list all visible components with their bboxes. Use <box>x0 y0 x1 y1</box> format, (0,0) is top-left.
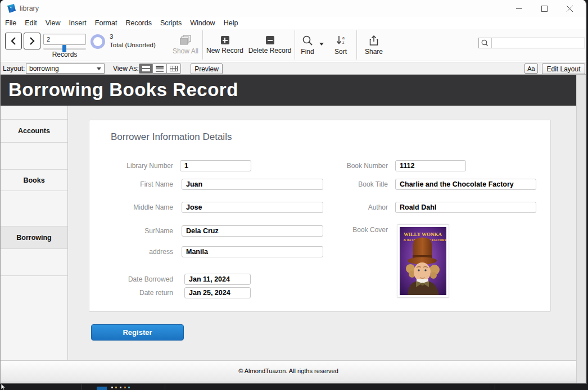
status-toolbar: Records 3 Total (Unsorted) Show All New … <box>1 29 586 61</box>
new-record-label: New Record <box>206 47 243 55</box>
date-borrowed-label: Date Borrowed <box>89 275 173 283</box>
svg-text:WILLY WONKA: WILLY WONKA <box>404 232 442 237</box>
share-button[interactable]: Share <box>361 35 386 56</box>
app-window: * library File Edit View Insert Format R… <box>0 0 587 384</box>
sort-button[interactable]: a z Sort <box>329 35 352 56</box>
find-button[interactable]: Find <box>297 35 318 56</box>
formatting-bar-button[interactable]: Aa <box>524 64 538 74</box>
list-view-button[interactable] <box>153 64 167 74</box>
view-as-label: View As: <box>113 65 139 72</box>
next-record-button[interactable] <box>24 33 40 49</box>
footer-bar: © AlmondTuazon. All rigths reserved <box>1 360 576 381</box>
date-return-field[interactable] <box>184 287 251 298</box>
menu-records[interactable]: Records <box>125 19 156 27</box>
found-set-pie-icon[interactable] <box>91 34 105 49</box>
address-field[interactable] <box>182 246 323 257</box>
taskbar-pixel <box>124 387 126 388</box>
taskbar-pixel <box>115 387 117 388</box>
view-as-segmented-control <box>139 64 181 74</box>
find-dropdown-caret-icon[interactable] <box>319 43 324 46</box>
toolbar-divider <box>202 30 203 60</box>
toolbar-divider <box>295 30 295 60</box>
share-icon <box>369 35 378 46</box>
preview-button[interactable]: Preview <box>191 64 223 74</box>
section-title: Borrower Information Details <box>111 131 232 143</box>
sidebar-spacer <box>1 191 67 226</box>
sort-label: Sort <box>334 48 347 56</box>
record-number-input[interactable] <box>43 34 86 45</box>
table-view-icon <box>170 66 178 71</box>
first-name-label: First Name <box>89 180 173 188</box>
maximize-button[interactable] <box>532 0 557 17</box>
delete-record-button[interactable]: Delete Record <box>248 36 292 55</box>
menu-help[interactable]: Help <box>224 19 243 27</box>
menu-format[interactable]: Format <box>95 19 122 27</box>
filemaker-app-icon: * <box>6 3 16 13</box>
previous-record-button[interactable] <box>5 33 22 49</box>
quick-find-magnifier-icon[interactable] <box>479 38 492 48</box>
sidebar-spacer <box>1 249 67 276</box>
svg-text:a: a <box>342 36 345 40</box>
library-number-field[interactable] <box>180 160 251 171</box>
date-return-label: Date return <box>89 289 173 297</box>
library-number-label: Library Number <box>89 162 173 170</box>
taskbar-app-fragment[interactable] <box>97 387 107 390</box>
new-record-button[interactable]: New Record <box>207 36 242 55</box>
records-label: Records <box>35 51 94 58</box>
book-title-label: Book Title <box>303 180 388 188</box>
menu-scripts[interactable]: Scripts <box>160 19 186 27</box>
author-field[interactable] <box>395 202 536 213</box>
record-slider[interactable] <box>43 48 86 50</box>
minimize-button[interactable] <box>506 0 532 17</box>
surname-field[interactable] <box>182 225 323 237</box>
list-view-icon <box>156 66 164 72</box>
sidebar-item-accounts[interactable]: Accounts <box>1 120 67 143</box>
layout-select-value: borrowing <box>29 65 59 72</box>
total-count: 3 <box>110 33 156 41</box>
chevron-down-icon <box>97 67 101 70</box>
quick-find-box <box>478 38 585 48</box>
quick-find-input[interactable] <box>492 38 585 48</box>
table-view-button[interactable] <box>167 64 181 74</box>
book-number-field[interactable] <box>395 160 466 171</box>
first-name-field[interactable] <box>182 179 323 190</box>
mouse-cursor-icon <box>1 384 6 390</box>
sidebar-item-borrowing[interactable]: Borrowing <box>1 226 67 249</box>
share-label: Share <box>365 48 383 56</box>
book-title-field[interactable] <box>395 179 536 190</box>
author-label: Author <box>303 203 388 211</box>
copyright-text: © AlmondTuazon. All rigths reserved <box>238 368 338 374</box>
taskbar-divider <box>165 384 165 390</box>
sidebar-spacer <box>1 143 67 170</box>
layout-select[interactable]: borrowing <box>26 64 105 74</box>
menu-insert[interactable]: Insert <box>69 19 91 27</box>
date-borrowed-field[interactable] <box>184 274 251 285</box>
show-all-button[interactable]: Show All <box>171 35 200 55</box>
form-view-button[interactable] <box>139 64 153 74</box>
vertical-scrollbar[interactable] <box>576 75 586 384</box>
layout-label: Layout: <box>3 65 25 72</box>
edit-layout-button[interactable]: Edit Layout <box>542 64 585 74</box>
menu-view[interactable]: View <box>46 19 65 27</box>
sidebar-spacer <box>1 276 67 360</box>
menu-file[interactable]: File <box>5 19 21 27</box>
form-view-icon <box>142 66 150 71</box>
minus-icon <box>266 36 274 44</box>
plus-icon <box>221 36 229 44</box>
menu-window[interactable]: Window <box>190 19 219 27</box>
book-cover-image: WILLY WONKA & the CHOCOLATE FACTORY <box>400 227 446 295</box>
book-number-label: Book Number <box>303 162 388 170</box>
close-button[interactable] <box>557 0 582 17</box>
book-cover-container[interactable]: WILLY WONKA & the CHOCOLATE FACTORY <box>397 224 449 298</box>
title-bar: * library <box>1 0 586 17</box>
menu-edit[interactable]: Edit <box>25 19 42 27</box>
sidebar-spacer <box>1 106 67 120</box>
menu-bar: File Edit View Insert Format Records Scr… <box>1 17 586 29</box>
magnifier-icon <box>302 35 313 46</box>
show-all-label: Show All <box>173 47 198 55</box>
register-button[interactable]: Register <box>91 324 184 341</box>
middle-name-field[interactable] <box>182 202 323 213</box>
sidebar-item-books[interactable]: Books <box>1 170 67 191</box>
taskbar-pixel <box>128 387 130 388</box>
layout-bar: Layout: borrowing View As: Preview Aa Ed… <box>1 62 586 75</box>
